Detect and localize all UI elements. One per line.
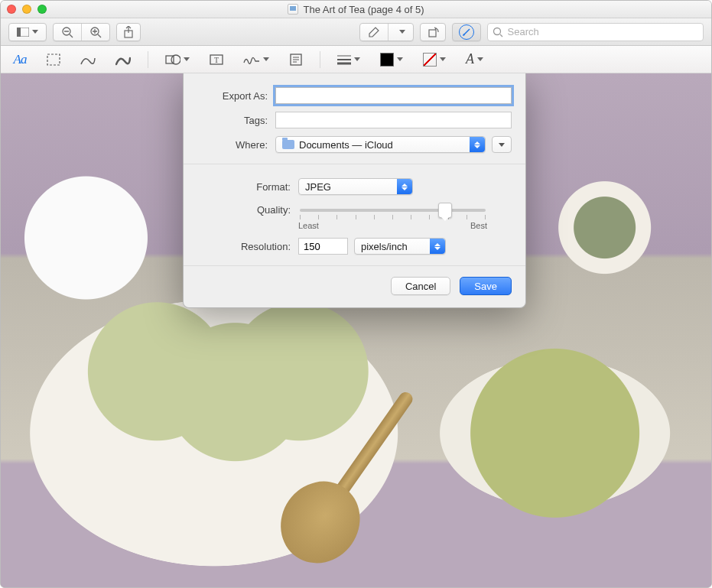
markup-icon: [459, 24, 474, 40]
where-select[interactable]: Documents — iCloud: [275, 136, 486, 153]
export-as-input[interactable]: [275, 87, 512, 104]
draw-icon: [115, 54, 131, 66]
svg-line-16: [500, 34, 502, 37]
quality-least-label: Least: [298, 221, 319, 230]
export-as-label: Export As:: [197, 90, 275, 102]
text-selection-tool[interactable]: Aa: [8, 50, 31, 70]
resolution-label: Resolution:: [229, 241, 298, 252]
note-tool[interactable]: [284, 50, 307, 70]
svg-rect-17: [47, 54, 60, 65]
sidebar-toggle[interactable]: [8, 23, 47, 41]
chevron-down-icon: [263, 57, 269, 61]
border-style-tool[interactable]: [333, 50, 365, 70]
separator: [148, 51, 148, 68]
sidebar-icon: [17, 28, 29, 37]
zoom-out-icon: [61, 26, 73, 38]
format-value: JPEG: [305, 181, 331, 193]
close-window-button[interactable]: [7, 5, 16, 14]
svg-text:T: T: [214, 56, 219, 64]
zoom-in-button[interactable]: [82, 24, 109, 41]
select-arrows-icon: [430, 239, 445, 254]
draw-tool[interactable]: [111, 50, 135, 70]
titlebar: The Art of Tea (page 4 of 5): [1, 1, 711, 18]
search-placeholder: Search: [508, 26, 539, 37]
svg-marker-11: [369, 28, 379, 37]
sign-tool[interactable]: [239, 50, 274, 70]
resolution-unit-select[interactable]: pixels/inch: [354, 238, 446, 255]
folder-icon: [282, 140, 294, 149]
lines-icon: [337, 54, 351, 65]
svg-point-19: [171, 55, 180, 64]
highlight-menu-button[interactable]: [389, 24, 413, 41]
format-select[interactable]: JPEG: [298, 178, 413, 195]
select-arrows-icon: [470, 137, 485, 152]
color-swatch-none-icon: [423, 53, 437, 67]
main-toolbar: Search: [1, 18, 711, 46]
select-arrows-icon: [397, 179, 412, 194]
svg-rect-1: [17, 28, 21, 37]
export-dialog: Export As: Tags: Where: Documents — iClo…: [183, 73, 526, 308]
signature-icon: [243, 54, 260, 66]
note-icon: [290, 54, 302, 66]
sketch-icon: [80, 54, 96, 66]
document-icon: [288, 4, 298, 15]
chevron-down-icon: [399, 30, 405, 34]
share-icon: [123, 26, 134, 38]
zoom-out-button[interactable]: [54, 24, 82, 41]
format-label: Format:: [229, 181, 298, 193]
search-field[interactable]: Search: [487, 23, 704, 41]
save-button[interactable]: Save: [460, 277, 512, 295]
rotate-button[interactable]: [420, 23, 446, 41]
window-title-text: The Art of Tea (page 4 of 5): [303, 4, 424, 15]
rectangular-selection-tool[interactable]: [42, 50, 65, 70]
fill-color-tool[interactable]: [418, 50, 450, 70]
app-window: The Art of Tea (page 4 of 5) Search Aa: [0, 0, 712, 588]
text-tool[interactable]: T: [205, 50, 228, 70]
svg-point-15: [493, 28, 500, 34]
zoom-in-icon: [89, 26, 102, 38]
color-swatch-black-icon: [380, 53, 394, 67]
svg-line-6: [98, 34, 101, 37]
share-button[interactable]: [116, 23, 141, 41]
highlighter-icon: [368, 26, 380, 38]
markup-toolbar: Aa T A: [1, 46, 711, 73]
export-location-section: Export As: Tags: Where: Documents — iClo…: [184, 73, 525, 164]
svg-line-3: [70, 34, 73, 37]
zoom-window-button[interactable]: [37, 5, 47, 14]
expand-save-panel-button[interactable]: [492, 136, 512, 153]
quality-label: Quality:: [229, 203, 298, 216]
where-label: Where:: [197, 139, 275, 151]
quality-best-label: Best: [470, 221, 487, 230]
font-tool[interactable]: A: [461, 50, 488, 70]
chevron-down-icon: [32, 30, 38, 34]
quality-slider[interactable]: Least Best: [298, 203, 487, 230]
markup-toggle-button[interactable]: [452, 23, 481, 41]
sketch-tool[interactable]: [76, 50, 100, 70]
shapes-tool[interactable]: [161, 50, 194, 70]
highlight-button[interactable]: [360, 24, 389, 41]
selection-icon: [47, 54, 60, 66]
tags-input[interactable]: [275, 112, 512, 128]
search-icon: [493, 27, 503, 37]
chevron-down-icon: [440, 57, 446, 61]
svg-line-13: [463, 29, 470, 35]
textbox-icon: T: [210, 54, 223, 66]
chevron-down-icon: [354, 57, 360, 61]
chevron-down-icon: [477, 57, 483, 61]
tags-label: Tags:: [197, 115, 275, 126]
document-viewport[interactable]: Export As: Tags: Where: Documents — iClo…: [1, 73, 711, 587]
where-value: Documents — iCloud: [299, 139, 393, 151]
resolution-input[interactable]: [298, 238, 348, 255]
window-title: The Art of Tea (page 4 of 5): [1, 4, 711, 15]
shapes-icon: [165, 54, 180, 66]
slider-thumb[interactable]: [438, 203, 452, 218]
font-icon: A: [466, 51, 474, 67]
dialog-buttons: Cancel Save: [184, 266, 525, 307]
resolution-unit-value: pixels/inch: [361, 241, 408, 252]
cancel-button[interactable]: Cancel: [391, 277, 450, 295]
minimize-window-button[interactable]: [22, 5, 31, 14]
border-color-tool[interactable]: [376, 50, 408, 70]
chevron-down-icon: [397, 57, 403, 61]
annotate-segment: [359, 23, 414, 41]
zoom-controls: [53, 23, 110, 41]
